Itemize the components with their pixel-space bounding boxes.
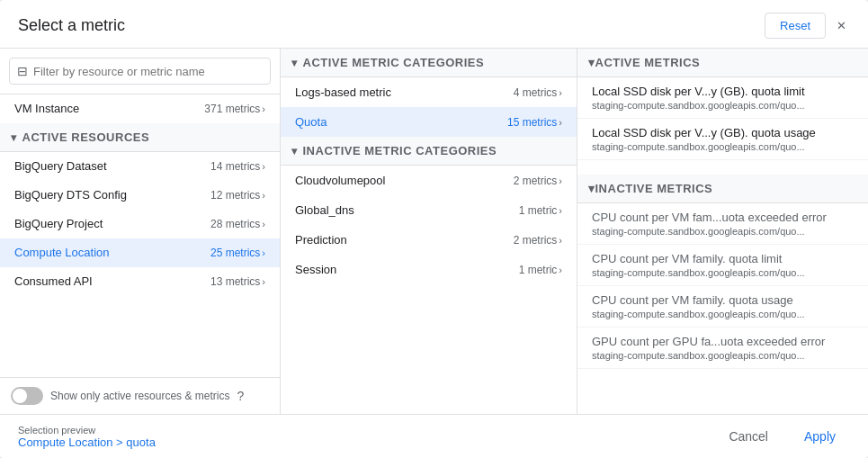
select-metric-dialog: Select a metric Reset ✕ ⊟ VM Instance: [0, 0, 868, 458]
right-item-cpu-limit[interactable]: CPU count per VM family. quota limit sta…: [577, 245, 868, 286]
left-list-item-compute-location[interactable]: Compute Location 25 metrics ›: [0, 238, 280, 267]
close-icon: ✕: [837, 19, 846, 32]
search-box: ⊟: [0, 49, 280, 94]
prediction-label: Prediction: [295, 233, 347, 247]
quota-label: Quota: [295, 115, 327, 129]
cloudvolumepool-count: 2 metrics: [514, 175, 558, 187]
selection-preview: Selection preview Compute Location > quo…: [18, 425, 156, 449]
quota-chevron: ›: [559, 117, 562, 128]
session-count: 1 metric: [519, 264, 558, 276]
dialog-footer: Selection preview Compute Location > quo…: [0, 414, 868, 458]
search-input[interactable]: [33, 65, 263, 78]
consumed-api-label: Consumed API: [14, 274, 93, 288]
bigquery-project-label: BigQuery Project: [14, 217, 103, 230]
left-list-item-consumed-api[interactable]: Consumed API 13 metrics ›: [0, 267, 280, 296]
global-dns-count: 1 metric: [519, 204, 558, 217]
middle-panel: ▾ ACTIVE METRIC CATEGORIES Logs-based me…: [281, 49, 577, 414]
active-resources-label: ACTIVE RESOURCES: [22, 130, 150, 144]
vm-instance-count: 371 metrics: [204, 103, 260, 115]
middle-item-logs-based[interactable]: Logs-based metric 4 metrics ›: [281, 77, 577, 107]
left-list-item-bigquery-project[interactable]: BigQuery Project 28 metrics ›: [0, 210, 280, 238]
bigquery-dataset-chevron: ›: [262, 161, 265, 172]
consumed-api-chevron: ›: [262, 276, 265, 287]
left-panel: ⊟ VM Instance 371 metrics › ▾ ACTIVE RES…: [0, 49, 281, 414]
footer-buttons: Cancel Apply: [714, 422, 850, 451]
inactive-categories-header: ▾ INACTIVE METRIC CATEGORIES: [281, 137, 577, 166]
right-item-gpu-exceeded[interactable]: GPU count per GPU fa...uota exceeded err…: [577, 328, 868, 369]
active-categories-chevron-icon: ▾: [291, 57, 298, 69]
bigquery-dataset-count: 14 metrics: [210, 160, 260, 173]
global-dns-label: Global_dns: [295, 203, 354, 217]
local-ssd-limit-name: Local SSD disk per V...y (GB). quota lim…: [592, 85, 854, 98]
bigquery-dataset-label: BigQuery Dataset: [14, 159, 107, 173]
quota-count: 15 metrics: [507, 116, 557, 129]
local-ssd-usage-path: staging-compute.sandbox.googleapis.com/q…: [592, 141, 854, 152]
inactive-categories-chevron-icon: ▾: [291, 145, 298, 157]
right-item-local-ssd-limit[interactable]: Local SSD disk per V...y (GB). quota lim…: [577, 77, 868, 119]
global-dns-chevron: ›: [559, 205, 562, 216]
active-metrics-chevron-icon: ▾: [588, 56, 595, 69]
left-list-item-vm-instance[interactable]: VM Instance 371 metrics ›: [0, 94, 280, 123]
toggle-row: Show only active resources & metrics ?: [0, 377, 280, 414]
cpu-limit-name: CPU count per VM family. quota limit: [592, 252, 854, 265]
session-label: Session: [295, 263, 336, 276]
middle-item-quota[interactable]: Quota 15 metrics ›: [281, 107, 577, 137]
middle-item-prediction[interactable]: Prediction 2 metrics ›: [281, 225, 577, 255]
reset-button[interactable]: Reset: [765, 13, 826, 39]
gpu-exceeded-name: GPU count per GPU fa...uota exceeded err…: [592, 335, 854, 348]
dialog-body: ⊟ VM Instance 371 metrics › ▾ ACTIVE RES…: [0, 49, 868, 414]
vm-instance-label: VM Instance: [14, 102, 79, 115]
active-categories-label: ACTIVE METRIC CATEGORIES: [303, 56, 485, 69]
cpu-usage-path: staging-compute.sandbox.googleapis.com/q…: [592, 309, 854, 319]
close-button[interactable]: ✕: [833, 15, 850, 36]
cpu-usage-name: CPU count per VM family. quota usage: [592, 293, 854, 307]
toggle-slider: [11, 387, 43, 405]
active-resources-chevron-icon: ▾: [11, 131, 17, 144]
bigquery-project-count: 28 metrics: [210, 218, 260, 230]
active-toggle[interactable]: [11, 387, 43, 405]
cpu-limit-path: staging-compute.sandbox.googleapis.com/q…: [592, 267, 854, 278]
inactive-metrics-label: INACTIVE METRICS: [595, 182, 713, 195]
compute-location-chevron: ›: [262, 247, 265, 258]
bigquery-dts-count: 12 metrics: [210, 189, 260, 202]
cpu-exceeded-name: CPU count per VM fam...uota exceeded err…: [592, 211, 854, 224]
right-item-cpu-exceeded[interactable]: CPU count per VM fam...uota exceeded err…: [577, 203, 868, 245]
gpu-exceeded-path: staging-compute.sandbox.googleapis.com/q…: [592, 350, 854, 361]
search-input-wrap: ⊟: [9, 58, 271, 85]
dialog-title: Select a metric: [18, 16, 125, 35]
left-list-item-bigquery-dts[interactable]: BigQuery DTS Config 12 metrics ›: [0, 181, 280, 210]
bigquery-dts-chevron: ›: [262, 190, 265, 201]
compute-location-count: 25 metrics: [210, 247, 260, 259]
session-chevron: ›: [559, 265, 562, 275]
active-resources-header: ▾ ACTIVE RESOURCES: [0, 123, 280, 152]
filter-icon: ⊟: [17, 64, 28, 78]
left-list: VM Instance 371 metrics › ▾ ACTIVE RESOU…: [0, 94, 280, 377]
middle-item-cloudvolumepool[interactable]: Cloudvolumepool 2 metrics ›: [281, 166, 577, 195]
inactive-metrics-chevron-icon: ▾: [588, 182, 595, 195]
right-item-cpu-usage[interactable]: CPU count per VM family. quota usage sta…: [577, 286, 868, 328]
apply-button[interactable]: Apply: [790, 422, 850, 451]
local-ssd-limit-path: staging-compute.sandbox.googleapis.com/q…: [592, 100, 854, 111]
active-metrics-header: ▾ ACTIVE METRICS: [577, 49, 868, 77]
right-item-local-ssd-usage[interactable]: Local SSD disk per V...y (GB). quota usa…: [577, 119, 868, 160]
left-list-item-bigquery-dataset[interactable]: BigQuery Dataset 14 metrics ›: [0, 152, 280, 181]
help-icon[interactable]: ?: [237, 389, 244, 403]
logs-based-label: Logs-based metric: [295, 85, 391, 99]
cloudvolumepool-chevron: ›: [559, 175, 562, 186]
cloudvolumepool-label: Cloudvolumepool: [295, 174, 385, 187]
active-metrics-label: ACTIVE METRICS: [595, 56, 701, 69]
compute-location-label: Compute Location: [14, 246, 110, 259]
cancel-button[interactable]: Cancel: [714, 422, 783, 451]
prediction-count: 2 metrics: [514, 234, 558, 247]
selection-preview-value: Compute Location > quota: [18, 436, 156, 449]
middle-item-global-dns[interactable]: Global_dns 1 metric ›: [281, 195, 577, 225]
vm-instance-chevron: ›: [262, 103, 265, 114]
middle-list: ▾ ACTIVE METRIC CATEGORIES Logs-based me…: [281, 49, 577, 414]
toggle-label: Show only active resources & metrics: [50, 390, 229, 402]
active-categories-header: ▾ ACTIVE METRIC CATEGORIES: [281, 49, 577, 77]
dialog-header: Select a metric Reset ✕: [0, 0, 868, 49]
bigquery-project-chevron: ›: [262, 219, 265, 229]
right-list: ▾ ACTIVE METRICS Local SSD disk per V...…: [577, 49, 868, 414]
inactive-metrics-header: ▾ INACTIVE METRICS: [577, 175, 868, 203]
middle-item-session[interactable]: Session 1 metric ›: [281, 255, 577, 284]
